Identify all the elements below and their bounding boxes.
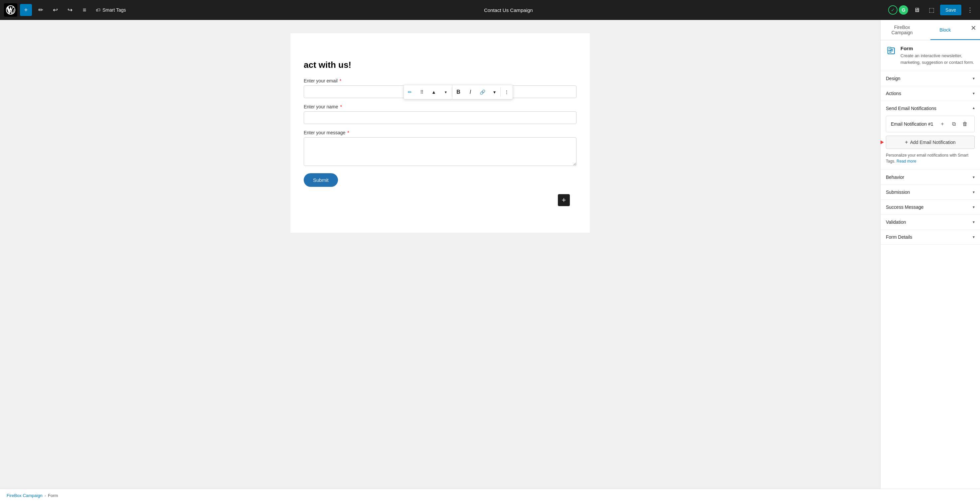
undo-button[interactable]: ↩ xyxy=(49,4,61,16)
design-label: Design xyxy=(886,76,900,81)
options-icon: ⋮ xyxy=(504,89,509,95)
tag-icon: 🏷 xyxy=(96,7,100,13)
plus-icon: + xyxy=(941,121,944,127)
accordion-submission: Submission ▾ xyxy=(881,185,980,200)
form-info-text: Form Create an interactive newsletter, m… xyxy=(900,46,975,65)
editor-canvas: ✏ ⠿ ▲ ▼ B I 🔗 ▾ xyxy=(290,33,590,233)
drag-icon: ⠿ xyxy=(420,89,423,95)
italic-button[interactable]: I xyxy=(465,85,476,99)
tab-firebox-campaign[interactable]: FireBox Campaign xyxy=(881,20,924,40)
accordion-send-email-header[interactable]: Send Email Notifications ▾ xyxy=(881,101,980,116)
accordion-behavior-header[interactable]: Behavior ▾ xyxy=(881,170,980,184)
list-view-button[interactable]: ≡ xyxy=(78,4,91,16)
sidebar: FireBox Campaign Block ✕ xyxy=(880,20,980,489)
more-rich-text-button[interactable]: ▾ xyxy=(488,85,500,99)
tab-block[interactable]: Block xyxy=(924,20,967,40)
toolbar: + ✏ ↩ ↪ ≡ 🏷 Smart Tags Contact Us Campai… xyxy=(0,0,980,20)
monitor-icon: 🖥 xyxy=(914,6,920,14)
accordion-submission-header[interactable]: Submission ▾ xyxy=(881,185,980,200)
block-edit-button[interactable]: ✏ xyxy=(404,85,416,99)
submit-button[interactable]: Submit xyxy=(304,173,338,187)
redo-button[interactable]: ↪ xyxy=(64,4,76,16)
sidebar-close-button[interactable]: ✕ xyxy=(967,20,980,36)
message-textarea[interactable] xyxy=(304,137,576,166)
accordion-behavior: Behavior ▾ xyxy=(881,170,980,185)
accordion-design-header[interactable]: Design ▾ xyxy=(881,71,980,86)
undo-icon: ↩ xyxy=(53,6,58,14)
email-required-star: * xyxy=(340,78,341,83)
submission-chevron-icon: ▾ xyxy=(973,190,975,194)
form-icon xyxy=(886,46,897,56)
block-options-button[interactable]: ⋮ xyxy=(501,85,512,99)
bold-button[interactable]: B xyxy=(452,85,465,99)
name-required-star: * xyxy=(340,104,342,110)
form-content: act with us! Enter your email * Enter yo… xyxy=(304,60,576,187)
edit-button[interactable]: ✏ xyxy=(35,4,46,16)
name-input[interactable] xyxy=(304,111,576,124)
form-heading: act with us! xyxy=(304,60,576,70)
add-email-notification-button[interactable]: + Add Email Notification xyxy=(886,136,975,149)
wp-logo xyxy=(4,3,17,17)
actions-chevron-icon: ▾ xyxy=(973,91,975,96)
block-toolbar: ✏ ⠿ ▲ ▼ B I 🔗 ▾ xyxy=(404,85,513,99)
toolbar-right: ✓ G 🖥 ⬚ Save ⋮ xyxy=(888,4,976,16)
form-description: Create an interactive newsletter, market… xyxy=(900,52,975,65)
add-block-button[interactable]: + xyxy=(20,4,32,16)
sidebar-tabs: FireBox Campaign Block ✕ xyxy=(881,20,980,40)
add-content-block-button[interactable]: + xyxy=(558,194,570,206)
smart-tags-label: Smart Tags xyxy=(102,7,126,13)
success-message-chevron-icon: ▾ xyxy=(973,205,975,210)
accordion-actions: Actions ▾ xyxy=(881,86,980,101)
list-icon: ≡ xyxy=(83,6,86,14)
close-icon: ✕ xyxy=(971,24,976,32)
accordion-design: Design ▾ xyxy=(881,71,980,86)
block-drag-button[interactable]: ⠿ xyxy=(416,85,428,99)
breadcrumb-campaign-link[interactable]: FireBox Campaign xyxy=(6,493,43,498)
accordion-validation: Validation ▾ xyxy=(881,215,980,230)
message-form-group: Enter your message * xyxy=(304,130,576,167)
delete-notification-button[interactable]: 🗑 xyxy=(960,119,970,129)
plus-icon: + xyxy=(562,196,566,205)
accordion-success-message: Success Message ▾ xyxy=(881,200,980,215)
add-email-label: Add Email Notification xyxy=(910,140,956,145)
accordion-actions-header[interactable]: Actions ▾ xyxy=(881,86,980,101)
name-label: Enter your name * xyxy=(304,104,576,110)
main-wrapper: ✏ ⠿ ▲ ▼ B I 🔗 ▾ xyxy=(0,20,980,489)
email-notification-item-1: Email Notification #1 + ⧉ 🗑 xyxy=(886,116,975,132)
block-move-up-button[interactable]: ▲ xyxy=(428,85,440,99)
ellipsis-icon: ⋮ xyxy=(967,6,973,14)
link-button[interactable]: 🔗 xyxy=(476,85,488,99)
more-options-button[interactable]: ⋮ xyxy=(964,4,976,16)
breadcrumb-separator: › xyxy=(45,493,46,498)
save-button[interactable]: Save xyxy=(940,5,961,15)
actions-label: Actions xyxy=(886,91,901,96)
accordion-validation-header[interactable]: Validation ▾ xyxy=(881,215,980,229)
send-email-chevron-icon: ▾ xyxy=(973,106,975,111)
copy-notification-button[interactable]: ⧉ xyxy=(949,119,958,129)
read-more-link[interactable]: Read more xyxy=(897,159,916,164)
smart-tags-button[interactable]: 🏷 Smart Tags xyxy=(93,6,129,14)
editor-area: ✏ ⠿ ▲ ▼ B I 🔗 ▾ xyxy=(0,20,880,489)
sidebar-toggle-button[interactable]: ⬚ xyxy=(926,4,937,16)
personalize-text: Personalize your email notifications wit… xyxy=(886,152,975,164)
block-move-down-button[interactable]: ▼ xyxy=(440,85,452,99)
chevron-up-icon: ▲ xyxy=(431,89,436,95)
plugin-icon-1: ✓ xyxy=(888,5,897,14)
accordion-form-details-header[interactable]: Form Details ▾ xyxy=(881,230,980,245)
form-info-section: Form Create an interactive newsletter, m… xyxy=(881,40,980,71)
desktop-view-button[interactable]: 🖥 xyxy=(911,4,923,16)
plus-icon: + xyxy=(24,6,28,14)
add-email-btn-wrapper: + Add Email Notification xyxy=(886,136,975,149)
accordion-send-email-content: Email Notification #1 + ⧉ 🗑 xyxy=(881,116,980,170)
submission-label: Submission xyxy=(886,189,910,195)
trash-icon: 🗑 xyxy=(963,121,968,127)
accordion-success-message-header[interactable]: Success Message ▾ xyxy=(881,200,980,214)
redo-icon: ↪ xyxy=(68,6,73,14)
validation-chevron-icon: ▾ xyxy=(973,220,975,224)
email-notification-label: Email Notification #1 xyxy=(891,121,934,127)
add-notification-button[interactable]: + xyxy=(938,119,947,129)
form-details-label: Form Details xyxy=(886,234,912,240)
link-icon: 🔗 xyxy=(480,89,485,95)
heading-text: act with us! xyxy=(304,60,351,70)
message-required-star: * xyxy=(347,130,349,135)
